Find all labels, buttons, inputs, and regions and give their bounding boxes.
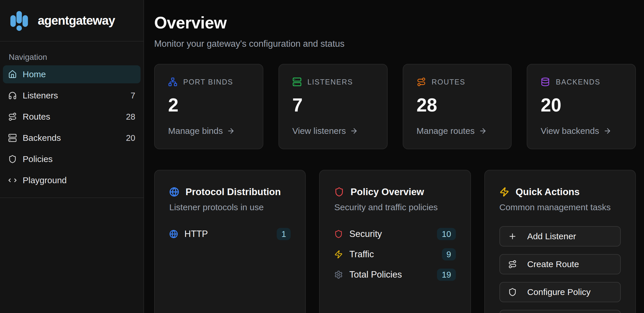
- sidebar-item-count: 7: [131, 91, 135, 100]
- view-backends-link[interactable]: View backends: [541, 126, 622, 136]
- add-listener-button[interactable]: Add Listener: [499, 226, 621, 247]
- stat-label: BACKENDS: [556, 78, 600, 86]
- view-listeners-link[interactable]: View listeners: [292, 126, 374, 136]
- route-icon: [8, 112, 17, 121]
- arrow-right-icon: [479, 127, 487, 135]
- panels-row: Protocol Distribution Listener protocols…: [154, 170, 636, 313]
- stat-label: PORT BINDS: [183, 78, 233, 86]
- sidebar-item-label: Home: [23, 69, 46, 79]
- panel-title: Protocol Distribution: [186, 186, 281, 197]
- sidebar-item-label: Backends: [23, 133, 61, 143]
- code-icon: [8, 176, 17, 185]
- stat-value: 20: [541, 96, 622, 114]
- sidebar-nav: Navigation Home Listeners 7 Routes 28 Ba…: [0, 42, 143, 198]
- headphones-icon: [8, 91, 17, 100]
- network-icon: [168, 77, 177, 87]
- stats-row: PORT BINDS 2 Manage binds LISTENERS 7 Vi…: [154, 64, 636, 149]
- page-title: Overview: [154, 13, 636, 33]
- policy-count-badge: 19: [437, 269, 456, 281]
- configure-policy-button[interactable]: Configure Policy: [499, 282, 621, 302]
- policy-label: Security: [349, 229, 382, 239]
- arrow-right-icon: [603, 127, 611, 135]
- main-content: Overview Monitor your gateway's configur…: [144, 0, 644, 313]
- stat-value: 7: [292, 96, 374, 114]
- sidebar-item-routes[interactable]: Routes 28: [3, 108, 141, 126]
- arrow-right-icon: [227, 127, 235, 135]
- panel-subtitle: Common management tasks: [499, 202, 621, 213]
- sidebar-item-count: 28: [126, 112, 135, 122]
- protocol-label: HTTP: [184, 229, 208, 239]
- manage-routes-link[interactable]: Manage routes: [417, 126, 498, 136]
- policy-label: Total Policies: [349, 269, 402, 280]
- sidebar-item-label: Policies: [23, 154, 53, 164]
- shield-icon: [334, 187, 344, 197]
- sidebar-item-listeners[interactable]: Listeners 7: [3, 87, 141, 105]
- gear-icon: [334, 270, 343, 279]
- sidebar-item-home[interactable]: Home: [3, 65, 141, 83]
- sidebar: agentgateway Navigation Home Listeners 7…: [0, 0, 144, 313]
- sidebar-item-count: 20: [126, 133, 135, 143]
- globe-icon: [169, 230, 178, 238]
- policy-count-badge: 9: [442, 248, 456, 260]
- zap-icon: [334, 250, 343, 259]
- quick-actions-card: Quick Actions Common management tasks Ad…: [484, 170, 636, 313]
- sidebar-item-policies[interactable]: Policies: [3, 150, 141, 168]
- app-logo: agentgateway: [0, 0, 143, 42]
- sidebar-item-label: Listeners: [23, 91, 58, 100]
- policy-overview-card: Policy Overview Security and traffic pol…: [319, 170, 471, 313]
- stat-card-listeners: LISTENERS 7 View listeners: [278, 64, 388, 149]
- agentgateway-logo-icon: [9, 9, 30, 32]
- server-icon: [292, 77, 302, 87]
- stat-value: 28: [417, 96, 498, 114]
- protocol-count-badge: 1: [277, 228, 291, 240]
- policy-row-security: Security 10: [334, 228, 456, 240]
- policy-label: Traffic: [349, 249, 374, 260]
- app-name: agentgateway: [38, 14, 115, 28]
- policy-row-total: Total Policies 19: [334, 269, 456, 281]
- panel-title: Policy Overview: [350, 186, 424, 197]
- route-icon: [417, 77, 426, 87]
- manage-binds-link[interactable]: Manage binds: [168, 126, 249, 136]
- arrow-right-icon: [350, 127, 358, 135]
- shield-icon: [508, 288, 517, 296]
- sidebar-item-label: Playground: [23, 175, 67, 185]
- page-subtitle: Monitor your gateway's configuration and…: [154, 38, 636, 50]
- stat-value: 2: [168, 96, 249, 114]
- sidebar-item-label: Routes: [23, 112, 50, 122]
- route-icon: [508, 260, 517, 269]
- plus-icon: [508, 232, 517, 241]
- zap-icon: [499, 187, 509, 197]
- protocol-distribution-card: Protocol Distribution Listener protocols…: [154, 170, 306, 313]
- panel-subtitle: Listener protocols in use: [169, 202, 291, 213]
- policy-row-traffic: Traffic 9: [334, 248, 456, 260]
- protocol-row-http: HTTP 1: [169, 228, 291, 240]
- sidebar-item-playground[interactable]: Playground: [3, 171, 141, 189]
- server-icon: [8, 134, 17, 142]
- panel-subtitle: Security and traffic policies: [334, 202, 456, 213]
- stat-card-port-binds: PORT BINDS 2 Manage binds: [154, 64, 263, 149]
- quick-action-button-partial[interactable]: [499, 310, 621, 313]
- shield-icon: [334, 230, 343, 238]
- panel-title: Quick Actions: [516, 186, 580, 197]
- stat-label: LISTENERS: [307, 78, 353, 86]
- database-icon: [541, 77, 550, 87]
- policy-count-badge: 10: [437, 228, 456, 240]
- sidebar-item-backends[interactable]: Backends 20: [3, 129, 141, 147]
- stat-card-routes: ROUTES 28 Manage routes: [403, 64, 512, 149]
- nav-section-label: Navigation: [9, 53, 135, 62]
- globe-icon: [169, 187, 179, 197]
- stat-card-backends: BACKENDS 20 View backends: [527, 64, 636, 149]
- home-icon: [8, 70, 17, 79]
- create-route-button[interactable]: Create Route: [499, 254, 621, 274]
- stat-label: ROUTES: [432, 78, 465, 86]
- shield-icon: [8, 155, 17, 163]
